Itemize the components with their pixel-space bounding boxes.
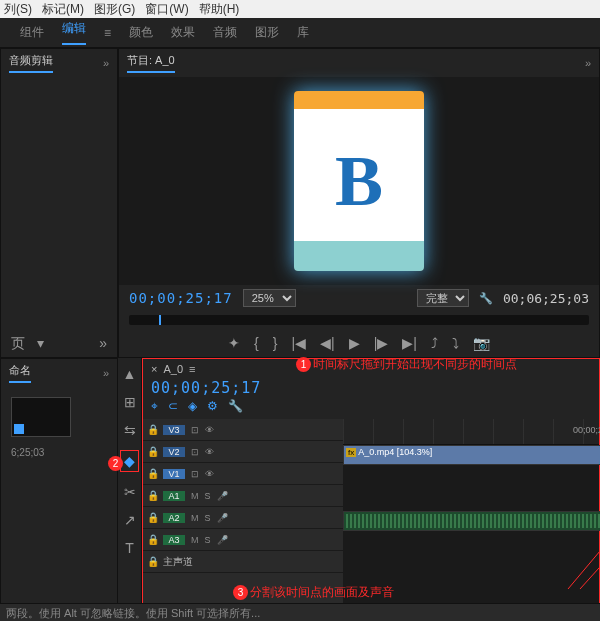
track-select-tool-icon[interactable]: ⊞ [124,394,136,410]
tab-effects[interactable]: 效果 [171,24,195,41]
voice-icon[interactable]: 🎤 [217,535,228,545]
tab-audio[interactable]: 音频 [213,24,237,41]
solo-icon[interactable]: S [205,513,211,523]
track-v2[interactable]: V2 [163,447,185,457]
go-in-icon[interactable]: |◀ [291,335,306,351]
sequence-tab[interactable]: A_0 [163,363,183,375]
eye-icon[interactable]: 👁 [205,447,214,457]
tab-menu-icon[interactable]: ≡ [189,363,195,375]
voice-icon[interactable]: 🎤 [217,513,228,523]
close-icon[interactable]: » [585,57,591,69]
time-ruler[interactable]: 00;00;24;29 [343,419,599,445]
tab-hamburger-icon[interactable]: ≡ [104,26,111,40]
lock-icon[interactable]: 🔒 [147,468,157,479]
close-icon[interactable]: × [151,363,157,375]
annotation-1: 1时间标尺拖到开始出现不同步的时间点 [296,356,517,373]
wrench-icon[interactable]: 🔧 [228,399,243,413]
video-clip[interactable]: fxA_0.mp4 [104.3%] [343,445,600,465]
audio-clip[interactable] [343,511,600,531]
tab-color[interactable]: 颜色 [129,24,153,41]
snap-icon[interactable]: ⌖ [151,399,158,413]
tab-library[interactable]: 库 [297,24,309,41]
toggle-output-icon[interactable]: ⊡ [191,425,199,435]
lock-icon[interactable]: 🔒 [147,424,157,435]
export-frame-icon[interactable]: 📷 [473,335,490,351]
lift-icon[interactable]: ⤴ [431,335,438,351]
project-panel-label[interactable]: 命名 [9,363,31,383]
track-a2[interactable]: A2 [163,513,185,523]
workspace-tabs: 组件 编辑 ≡ 颜色 效果 音频 图形 库 [0,18,600,48]
mark-in-icon[interactable]: { [254,335,259,351]
program-monitor[interactable]: B [119,77,599,285]
tab-graphics[interactable]: 图形 [255,24,279,41]
lock-icon[interactable]: 🔒 [147,556,157,567]
menu-item[interactable]: 列(S) [4,1,32,18]
voice-icon[interactable]: 🎤 [217,491,228,501]
program-monitor-title[interactable]: 节目: A_0 [127,53,175,73]
selection-tool-icon[interactable]: ▲ [123,366,137,382]
extract-icon[interactable]: ⤵ [452,335,459,351]
lock-icon[interactable]: 🔒 [147,446,157,457]
linked-sel-icon[interactable]: ⊂ [168,399,178,413]
master-track-label: 主声道 [163,555,193,569]
track-v3[interactable]: V3 [163,425,185,435]
play-icon[interactable]: ▶ [349,335,360,351]
panel-menu-icon[interactable]: » [103,367,109,379]
annotation-badge-2: 2 [108,456,123,471]
timeline-timecode[interactable]: 00;00;25;17 [143,379,599,397]
ripple-tool-icon[interactable]: ⇆ [124,422,136,438]
toggle-output-icon[interactable]: ⊡ [191,447,199,457]
track-a1[interactable]: A1 [163,491,185,501]
zoom-select[interactable]: 25% [243,289,296,307]
solo-icon[interactable]: S [205,535,211,545]
track-v1[interactable]: V1 [163,469,185,479]
resolution-select[interactable]: 完整 [417,289,469,307]
page-label: 页 [11,335,25,353]
menu-item[interactable]: 标记(M) [42,1,84,18]
mute-icon[interactable]: M [191,535,199,545]
marker-icon[interactable]: ◈ [188,399,197,413]
program-timecode[interactable]: 00;00;25;17 [129,290,233,306]
transport-controls: ✦ { } |◀ ◀| ▶ |▶ ▶| ⤴ ⤵ 📷 [119,329,599,357]
solo-icon[interactable]: S [205,491,211,501]
lock-icon[interactable]: 🔒 [147,512,157,523]
mute-icon[interactable]: M [191,513,199,523]
menu-item[interactable]: 图形(G) [94,1,135,18]
mark-out-icon[interactable]: } [273,335,278,351]
menubar: 列(S) 标记(M) 图形(G) 窗口(W) 帮助(H) [0,0,600,18]
step-back-icon[interactable]: ◀| [320,335,335,351]
menu-item[interactable]: 帮助(H) [199,1,240,18]
settings-icon[interactable]: ⚙ [207,399,218,413]
eye-icon[interactable]: 👁 [205,425,214,435]
tab-assembly[interactable]: 组件 [20,24,44,41]
annotation-3: 3分割该时间点的画面及声音 [233,584,394,601]
timeline-panel: × A_0 ≡ 00;00;25;17 ⌖ ⊂ ◈ ⚙ 🔧 🔒V3⊡👁 🔒V2⊡… [142,358,600,621]
tab-edit[interactable]: 编辑 [62,20,86,45]
audio-clip-tab[interactable]: 音频剪辑 [9,53,53,73]
menu-item[interactable]: 窗口(W) [145,1,188,18]
pen-tool-icon[interactable]: ↗ [124,512,136,528]
preview-frame: B [294,91,424,271]
svg-line-1 [580,537,599,589]
track-a3[interactable]: A3 [163,535,185,545]
lock-icon[interactable]: 🔒 [147,534,157,545]
status-bar: 两段。使用 Alt 可忽略链接。使用 Shift 可选择所有... [0,603,600,621]
wrench-icon[interactable]: 🔧 [479,292,493,305]
preview-letter: B [335,140,383,223]
eye-icon[interactable]: 👁 [205,469,214,479]
slip-tool-icon[interactable]: ✂ [124,484,136,500]
add-marker-icon[interactable]: ✦ [228,335,240,351]
lock-icon[interactable]: 🔒 [147,490,157,501]
bin-thumbnail[interactable] [11,397,71,437]
toggle-output-icon[interactable]: ⊡ [191,469,199,479]
step-fwd-icon[interactable]: |▶ [374,335,389,351]
panel-menu-icon[interactable]: » [103,57,109,69]
type-tool-icon[interactable]: T [125,540,134,556]
panel-chevrons-icon[interactable]: » [99,335,107,353]
mute-icon[interactable]: M [191,491,199,501]
ruler-timestamp: 00;00;24;29 [573,425,600,435]
program-scrubber[interactable] [129,315,589,325]
go-out-icon[interactable]: ▶| [402,335,417,351]
tool-palette: ▲ ⊞ ⇆ ◆ ✂ ↗ T [118,358,142,621]
chevron-down-icon[interactable]: ▾ [37,335,44,353]
